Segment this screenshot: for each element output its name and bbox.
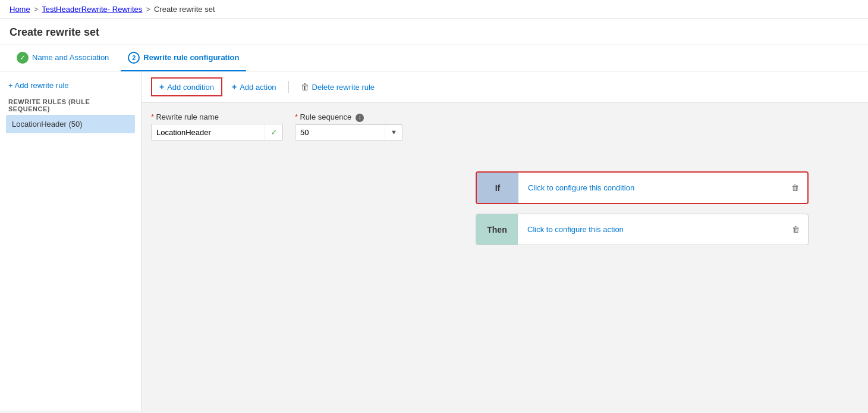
tab-circle-icon: 2 — [128, 52, 140, 64]
condition-row-then: Then Click to configure this action 🗑 — [476, 214, 808, 245]
select-arrow-icon: ▼ — [385, 125, 402, 140]
tab-rewrite-rule-config-label: Rewrite rule configuration — [143, 53, 239, 62]
delete-condition-button[interactable]: 🗑 — [783, 173, 807, 203]
breadcrumb-current: Create rewrite set — [154, 5, 215, 14]
toolbar: + Add condition + Add action 🗑 Delete re… — [141, 71, 868, 103]
condition-block-if: If Click to configure this condition 🗑 — [476, 171, 809, 204]
toolbar-separator — [288, 81, 289, 93]
configure-condition-link[interactable]: Click to configure this condition — [518, 173, 783, 203]
rule-name-label: * Rewrite rule name — [151, 112, 283, 121]
sidebar-rule-item[interactable]: LocationHeader (50) — [6, 115, 135, 133]
rule-sequence-label: * Rule sequence i — [295, 112, 403, 122]
trash-icon: 🗑 — [301, 82, 309, 92]
breadcrumb-rewrite[interactable]: TestHeaderRewrite- Rewrites — [42, 5, 142, 14]
tab-name-association[interactable]: ✓ Name and Association — [10, 45, 116, 71]
condition-row-if: If Click to configure this condition 🗑 — [477, 173, 807, 203]
content-area: + Add condition + Add action 🗑 Delete re… — [141, 71, 868, 411]
configure-action-link[interactable]: Click to configure this action — [518, 214, 784, 245]
add-action-label: Add action — [240, 83, 276, 92]
if-label: If — [477, 173, 518, 203]
delete-rewrite-rule-button[interactable]: 🗑 Delete rewrite rule — [294, 79, 382, 95]
page-title: Create rewrite set — [0, 19, 868, 45]
tabs-bar: ✓ Name and Association 2 Rewrite rule co… — [0, 45, 868, 71]
input-check-icon: ✓ — [265, 124, 282, 140]
add-condition-label: Add condition — [167, 83, 214, 92]
breadcrumb: Home > TestHeaderRewrite- Rewrites > Cre… — [0, 0, 868, 19]
main-layout: + Add rewrite rule REWRITE RULES (RULE S… — [0, 71, 868, 411]
rule-sequence-select[interactable]: 50 — [295, 125, 385, 140]
tab-rewrite-rule-config[interactable]: 2 Rewrite rule configuration — [121, 45, 246, 71]
breadcrumb-home[interactable]: Home — [10, 5, 30, 14]
canvas-area: If Click to configure this condition 🗑 T… — [141, 159, 868, 257]
form-area: * Rewrite rule name ✓ * Rule sequence i — [141, 103, 868, 159]
add-condition-button[interactable]: + Add condition — [151, 77, 222, 96]
rule-name-group: * Rewrite rule name ✓ — [151, 112, 283, 140]
add-action-button[interactable]: + Add action — [225, 79, 284, 95]
sidebar: + Add rewrite rule REWRITE RULES (RULE S… — [0, 71, 141, 411]
add-rewrite-rule-button[interactable]: + Add rewrite rule — [6, 77, 135, 93]
required-asterisk-name: * — [151, 112, 154, 121]
form-row: * Rewrite rule name ✓ * Rule sequence i — [151, 112, 858, 140]
rule-sequence-group: * Rule sequence i 50 ▼ — [295, 112, 403, 140]
tab-name-association-label: Name and Association — [32, 53, 109, 62]
then-label: Then — [476, 214, 518, 245]
required-asterisk-seq: * — [295, 112, 298, 121]
rule-name-input[interactable] — [152, 125, 265, 140]
delete-action-button[interactable]: 🗑 — [784, 214, 808, 245]
rule-name-label-text: Rewrite rule name — [156, 112, 219, 121]
tab-check-icon: ✓ — [17, 52, 29, 64]
rule-sequence-select-wrapper: 50 ▼ — [295, 124, 403, 140]
plus-icon-condition: + — [159, 82, 164, 92]
action-block-then: Then Click to configure this action 🗑 — [476, 214, 809, 245]
info-icon: i — [356, 114, 364, 122]
rule-name-input-wrapper: ✓ — [151, 124, 283, 140]
plus-icon-action: + — [232, 82, 237, 92]
rule-sequence-label-text: Rule sequence — [300, 112, 351, 121]
delete-rewrite-rule-label: Delete rewrite rule — [312, 83, 375, 92]
sidebar-section-label: REWRITE RULES (RULE SEQUENCE) — [6, 93, 135, 115]
